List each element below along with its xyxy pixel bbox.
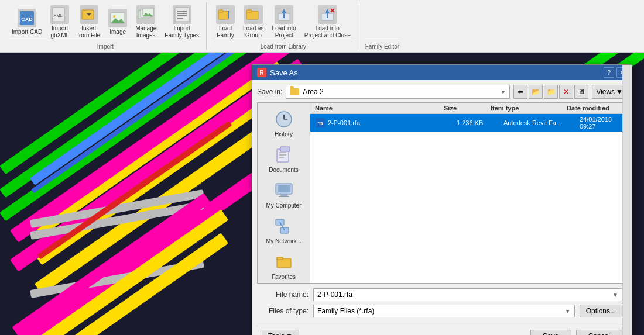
file-list-header: Name Size Item type Date modified [310, 103, 626, 114]
file-row[interactable]: rfa 2-P-001.rfa 1,236 KB Autodesk Revit … [310, 114, 626, 132]
load-family-label: LoadFamily [217, 25, 234, 39]
tools-label: Tools [268, 332, 285, 335]
save-button[interactable]: Save [530, 330, 571, 335]
dialog-sidebar: History Documents [258, 103, 310, 283]
file-date-cell: 24/01/2018 09:27 [580, 116, 622, 130]
dialog-title-left: R Save As [257, 68, 298, 77]
import-cad-button[interactable]: CAD Import CAD [9, 8, 44, 37]
nav-new-folder-button[interactable]: 📁 [544, 85, 558, 99]
load-family-button[interactable]: LoadFamily [214, 4, 237, 40]
dialog-main-area: History Documents [257, 102, 627, 284]
file-name-dropdown-arrow: ▼ [612, 292, 618, 298]
my-network-icon [273, 216, 294, 237]
sidebar-item-my-computer[interactable]: My Computer [261, 177, 307, 212]
file-name-label: File name: [262, 291, 309, 299]
image-button[interactable]: Image [106, 8, 129, 37]
import-cad-label: Import CAD [12, 29, 42, 36]
revit-logo-icon: R [257, 68, 266, 77]
file-list-area: Name Size Item type Date modified rfa 2-… [310, 103, 626, 283]
load-as-group-button[interactable]: Load asGroup [241, 4, 266, 40]
import-gbxml-button[interactable]: XML ImportgbXML [48, 4, 71, 40]
save-as-dialog: R Save As ? ✕ Save in: Area 2 ▼ ⬅ 📂 📁 ✕ … [252, 64, 632, 335]
file-name-row: File name: 2-P-001.rfa ▼ [262, 288, 622, 301]
save-in-value: Area 2 [303, 88, 496, 96]
help-button[interactable]: ? [604, 67, 614, 78]
nav-up-button[interactable]: 📂 [529, 85, 543, 99]
folder-icon [290, 88, 299, 95]
toolbar-icons-load: LoadFamily Load asGroup [214, 2, 353, 42]
files-of-type-input[interactable]: Family Files (*.rfa) ▼ [313, 305, 575, 317]
image-icon [108, 9, 127, 27]
import-family-types-label: ImportFamily Types [165, 25, 199, 39]
delete-button[interactable]: ✕ [559, 85, 573, 99]
file-name-input-value: 2-P-001.rfa [317, 291, 610, 299]
file-size-cell: 1,236 KB [457, 119, 503, 126]
svg-marker-28 [325, 9, 330, 13]
column-date-header[interactable]: Date modified [567, 105, 622, 112]
sidebar-item-favorites[interactable]: Favorites [261, 248, 307, 283]
dialog-titlebar: R Save As ? ✕ [252, 65, 632, 80]
insert-from-file-icon [80, 5, 98, 24]
load-into-project-close-icon [318, 5, 337, 24]
files-of-type-label: Files of type: [262, 307, 309, 315]
my-network-label: My Network... [266, 238, 302, 244]
svg-rect-43 [279, 196, 289, 197]
toolbar-icons-import: CAD Import CAD XML ImportgbXML [9, 2, 201, 42]
svg-point-7 [113, 15, 115, 18]
insert-from-file-label: Insertfrom File [77, 25, 100, 39]
import-gbxml-icon: XML [50, 5, 69, 24]
import-section-label: Import [9, 42, 201, 50]
column-name-header[interactable]: Name [315, 105, 444, 112]
load-as-group-icon [244, 5, 263, 24]
toolbar-small-btns: ⬅ 📂 📁 ✕ 🖥 [513, 85, 588, 99]
my-computer-icon [273, 180, 294, 201]
load-into-project-button[interactable]: Load intoProject [270, 4, 299, 40]
insert-from-file-button[interactable]: Insertfrom File [75, 4, 102, 40]
documents-label: Documents [269, 167, 299, 173]
load-family-icon [216, 5, 235, 24]
file-name-input[interactable]: 2-P-001.rfa ▼ [313, 288, 622, 301]
family-editor-section-label: Family Editor [365, 42, 399, 50]
dialog-title-text: Save As [270, 68, 298, 77]
options-button[interactable]: Options... [580, 305, 622, 317]
manage-images-button[interactable]: ManageImages [133, 4, 159, 40]
import-family-types-button[interactable]: ImportFamily Types [162, 4, 201, 40]
save-in-dropdown[interactable]: Area 2 ▼ [286, 85, 510, 99]
column-size-header[interactable]: Size [444, 105, 491, 112]
svg-rect-41 [278, 185, 290, 192]
toolbar-group-import: CAD Import CAD XML ImportgbXML [5, 2, 207, 50]
dialog-body: Save in: Area 2 ▼ ⬅ 📂 📁 ✕ 🖥 Views ▼ [252, 80, 632, 335]
dialog-actions: Tools ▼ Save Cancel [257, 326, 627, 335]
load-into-project-close-label: Load intoProject and Close [304, 25, 351, 39]
my-computer-label: My Computer [266, 202, 301, 209]
sidebar-item-history[interactable]: History [261, 105, 307, 141]
file-list-body: rfa 2-P-001.rfa 1,236 KB Autodesk Revit … [310, 114, 626, 283]
import-cad-icon: CAD [18, 9, 36, 27]
nav-forward-button[interactable]: 🖥 [574, 85, 588, 99]
tools-button[interactable]: Tools ▼ [262, 330, 299, 335]
toolbar-group-load-library: LoadFamily Load asGroup [209, 2, 358, 50]
image-label: Image [109, 29, 126, 36]
dialog-bottom: File name: 2-P-001.rfa ▼ Files of type: … [257, 284, 627, 326]
load-into-project-label: Load intoProject [272, 25, 296, 39]
manage-images-icon [136, 5, 155, 24]
documents-icon [273, 144, 294, 165]
toolbar: CAD Import CAD XML ImportgbXML [0, 0, 644, 53]
svg-rect-42 [280, 194, 287, 196]
nav-back-button[interactable]: ⬅ [513, 85, 527, 99]
cancel-button[interactable]: Cancel [576, 330, 622, 335]
history-icon [273, 109, 294, 130]
svg-text:XML: XML [54, 13, 63, 18]
favorites-icon [273, 251, 294, 272]
svg-rect-13 [175, 8, 189, 22]
save-in-label: Save in: [257, 88, 282, 96]
svg-rect-48 [277, 257, 283, 260]
file-type-cell: Autodesk Revit Fa... [503, 119, 580, 126]
tools-dropdown-arrow: ▼ [286, 332, 293, 335]
load-as-group-label: Load asGroup [243, 25, 264, 39]
load-into-project-close-button[interactable]: Load intoProject and Close [302, 4, 353, 40]
svg-text:CAD: CAD [21, 16, 33, 22]
sidebar-item-my-network[interactable]: My Network... [261, 212, 307, 248]
column-type-header[interactable]: Item type [491, 105, 567, 112]
sidebar-item-documents[interactable]: Documents [261, 141, 307, 177]
